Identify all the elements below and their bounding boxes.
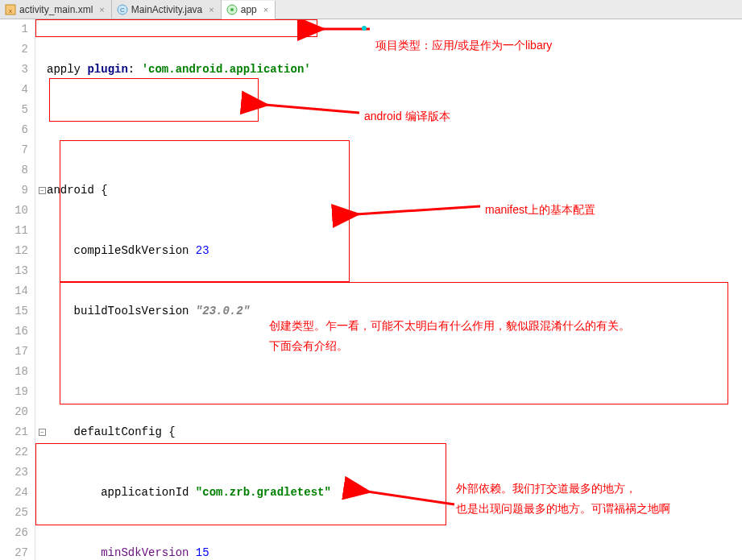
line-number: 9 <box>0 180 28 201</box>
gradle-icon <box>226 4 238 15</box>
line-number: 13 <box>0 261 28 281</box>
line-number-gutter: 1234567891011121314151617181920212223242… <box>0 19 35 560</box>
line-number: 10 <box>0 201 28 221</box>
line-number: 20 <box>0 402 28 422</box>
highlight-box <box>49 78 259 122</box>
tab-activity-main[interactable]: x activity_main.xml × <box>0 0 112 19</box>
svg-line-9 <box>356 206 480 214</box>
annotation-text: 项目类型：应用/或是作为一个libary <box>375 35 552 56</box>
line-number: 23 <box>0 463 28 483</box>
highlight-box <box>35 19 317 37</box>
line-number: 21 <box>0 422 28 442</box>
tab-mainactivity[interactable]: C MainActivity.java × <box>112 0 222 19</box>
xml-icon: x <box>5 4 16 15</box>
line-number: 15 <box>0 301 28 321</box>
tab-label: activity_main.xml <box>19 4 93 15</box>
svg-text:x: x <box>9 7 12 15</box>
tab-label: app <box>241 4 257 15</box>
line-number: 1 <box>0 19 28 39</box>
annotation-text: 创建类型。乍一看，可能不太明白有什么作用，貌似跟混淆什么的有关。 下面会有介绍。 <box>269 316 630 356</box>
close-icon[interactable]: × <box>209 5 213 15</box>
code-editor[interactable]: 1234567891011121314151617181920212223242… <box>0 19 742 560</box>
tab-app[interactable]: app × <box>222 1 276 19</box>
annotation-text: manifest上的基本配置 <box>485 200 595 220</box>
line-number: 12 <box>0 241 28 261</box>
fold-icon[interactable]: − <box>39 429 46 436</box>
line-number: 2 <box>0 39 28 60</box>
close-icon[interactable]: × <box>99 5 104 15</box>
line-number: 6 <box>0 120 28 140</box>
line-number: 27 <box>0 543 28 560</box>
annotation-arrows <box>35 19 742 560</box>
tab-label: MainActivity.java <box>131 4 202 15</box>
close-icon[interactable]: × <box>263 5 268 15</box>
code-area[interactable]: apply plugin: 'com.android.application' … <box>35 19 742 560</box>
line-number: 25 <box>0 503 28 523</box>
line-number: 3 <box>0 60 28 80</box>
line-number: 14 <box>0 281 28 301</box>
line-number: 24 <box>0 483 28 503</box>
svg-text:C: C <box>120 6 125 14</box>
line-number: 19 <box>0 382 28 402</box>
cyan-dot-icon <box>362 26 367 31</box>
line-number: 18 <box>0 362 28 382</box>
line-number: 11 <box>0 221 28 241</box>
line-number: 26 <box>0 523 28 543</box>
line-number: 8 <box>0 160 28 180</box>
line-number: 22 <box>0 442 28 463</box>
java-icon: C <box>117 4 128 15</box>
line-number: 16 <box>0 321 28 342</box>
line-number: 17 <box>0 342 28 362</box>
svg-point-5 <box>230 8 234 11</box>
line-number: 4 <box>0 80 28 100</box>
fold-icon[interactable]: − <box>39 187 46 194</box>
svg-line-8 <box>265 105 359 113</box>
highlight-box <box>60 282 728 404</box>
line-number: 5 <box>0 100 28 120</box>
editor-tabs: x activity_main.xml × C MainActivity.jav… <box>0 0 742 19</box>
line-number: 7 <box>0 140 28 160</box>
